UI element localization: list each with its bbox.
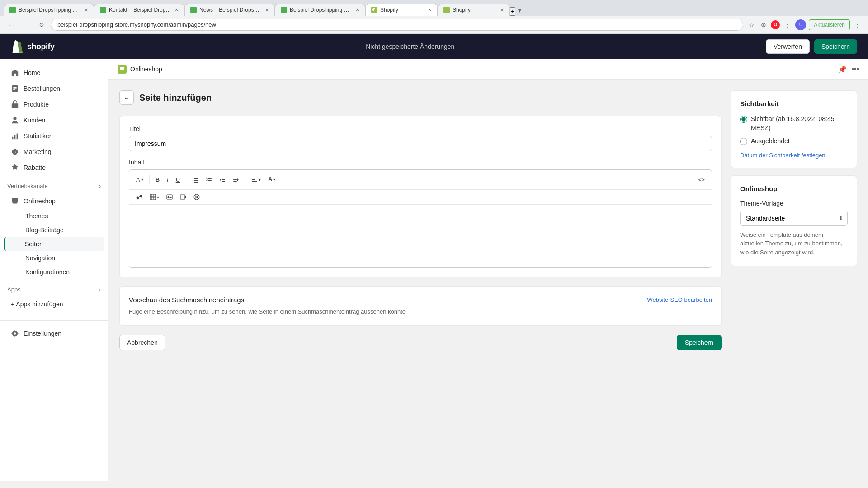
sub-label-seiten: Seiten — [25, 240, 43, 248]
text-style-arrow: ▾ — [141, 177, 143, 182]
toolbar-table[interactable]: ▾ — [146, 192, 162, 202]
sichtbarkeit-card: Sichtbarkeit Sichtbar (ab 16.8.2022, 08:… — [731, 90, 857, 168]
discounts-icon — [11, 164, 19, 172]
forward-button[interactable]: → — [21, 19, 33, 30]
tab-close-3[interactable]: ✕ — [265, 7, 269, 13]
speichern-topbar-button[interactable]: Speichern — [814, 39, 857, 54]
tab-list-button[interactable]: ▾ — [515, 5, 524, 16]
svg-rect-7 — [17, 134, 18, 140]
sidebar-item-statistiken[interactable]: Statistiken — [4, 128, 104, 144]
sichtbarkeit-title: Sichtbarkeit — [740, 100, 848, 108]
radio-ausgeblendet-item[interactable]: Ausgeblendet — [740, 137, 848, 146]
seo-edit-link[interactable]: Website-SEO bearbeiten — [647, 296, 712, 303]
more-button[interactable]: ⋮ — [853, 19, 863, 30]
sidebar-item-einstellungen[interactable]: Einstellungen — [4, 326, 104, 341]
address-bar[interactable]: beispiel-dropshipping-store.myshopify.co… — [51, 19, 743, 31]
back-button[interactable]: ← — [5, 19, 17, 30]
extensions-button[interactable]: ⊕ — [759, 19, 768, 30]
reload-button[interactable]: ↻ — [36, 19, 47, 30]
browser-tab-6[interactable]: Shopify ✕ — [438, 4, 510, 16]
sidebar: Home Bestellungen Produkte Kunden Statis… — [0, 59, 108, 481]
browser-tab-3[interactable]: News – Beispiel Dropshipp... ✕ — [184, 4, 275, 16]
sidebar-sub-konfigurationen[interactable]: Konfigurationen — [4, 265, 104, 279]
radio-sichtbar-item[interactable]: Sichtbar (ab 16.8.2022, 08:45 MESZ) — [740, 115, 848, 132]
more-options-icon[interactable]: ••• — [851, 65, 859, 74]
browser-chrome: Beispiel Dropshipping Stor... ✕ Kontakt … — [0, 0, 868, 34]
verwerfen-button[interactable]: Verwerfen — [766, 39, 810, 54]
toolbar-underline[interactable]: U — [173, 174, 183, 185]
browser-menu-button[interactable]: ⋮ — [783, 19, 793, 30]
sidebar-sub-seiten[interactable]: Seiten — [4, 237, 104, 251]
svg-rect-21 — [233, 178, 237, 178]
svg-line-27 — [138, 196, 140, 198]
sidebar-item-produkte[interactable]: Produkte — [4, 97, 104, 112]
speichern-bottom-button[interactable]: Speichern — [677, 335, 722, 350]
browser-tab-4[interactable]: Beispiel Dropshipping Stor... ✕ — [275, 4, 365, 16]
back-button[interactable]: ← — [119, 90, 134, 105]
sidebar-item-rabatte[interactable]: Rabatte — [4, 160, 104, 175]
toolbar-font-color[interactable]: A ▾ — [265, 174, 278, 186]
toolbar-divider-1 — [149, 175, 150, 184]
content-editor[interactable] — [129, 205, 712, 266]
toolbar-link[interactable] — [133, 192, 146, 202]
main-area: Home Bestellungen Produkte Kunden Statis… — [0, 59, 868, 481]
browser-actions: ☆ ⊕ O ⋮ U Aktualisieren ⋮ — [747, 19, 863, 30]
bottom-actions: Abbrechen Speichern — [119, 335, 722, 350]
toolbar-video[interactable] — [177, 192, 189, 202]
toolbar-image[interactable] — [163, 192, 176, 202]
onlineshop-actions: 📌 ••• — [838, 65, 859, 74]
new-tab-button[interactable]: + — [510, 7, 515, 16]
sidebar-label-onlineshop: Onlineshop — [24, 197, 56, 205]
tab-favicon-5 — [371, 7, 377, 13]
tab-close-1[interactable]: ✕ — [84, 7, 88, 13]
sidebar-item-bestellungen[interactable]: Bestellungen — [4, 81, 104, 96]
toolbar-italic[interactable]: I — [164, 174, 172, 185]
pin-icon[interactable]: 📌 — [838, 65, 847, 74]
toolbar-ordered-list[interactable]: 1.2. — [203, 174, 215, 185]
browser-tabs: Beispiel Dropshipping Stor... ✕ Kontakt … — [0, 0, 868, 16]
sidebar-item-kunden[interactable]: Kunden — [4, 113, 104, 128]
titel-input[interactable] — [129, 136, 712, 151]
visibility-date-link[interactable]: Datum der Sichtbarkeit festlegen — [740, 152, 826, 159]
user-avatar[interactable]: U — [795, 19, 806, 30]
svg-rect-11 — [194, 180, 198, 181]
toolbar-clear-format[interactable] — [190, 192, 203, 202]
toolbar-indent-increase[interactable] — [230, 174, 242, 185]
toolbar-indent-decrease[interactable] — [216, 174, 229, 185]
toolbar-align[interactable]: ▾ — [248, 174, 264, 185]
tab-close-4[interactable]: ✕ — [355, 7, 359, 13]
sidebar-sub-navigation[interactable]: Navigation — [4, 251, 104, 265]
toolbar-bold[interactable]: B — [152, 174, 163, 185]
toolbar-unordered-list[interactable] — [189, 174, 202, 185]
theme-helper-text: Weise ein Template aus deinem aktuellen … — [740, 230, 848, 257]
sidebar-item-marketing[interactable]: Marketing — [4, 144, 104, 160]
browser-tab-1[interactable]: Beispiel Dropshipping Stor... ✕ — [4, 4, 94, 16]
tab-close-5[interactable]: ✕ — [428, 7, 432, 13]
toolbar-code[interactable]: <> — [695, 174, 708, 185]
radio-sichtbar-input[interactable] — [740, 116, 747, 123]
tab-close-6[interactable]: ✕ — [500, 7, 504, 13]
unsaved-message: Nicht gespeicherte Änderungen — [366, 43, 454, 50]
browser-tab-5[interactable]: Shopify ✕ — [365, 4, 438, 16]
align-arrow: ▾ — [259, 177, 261, 182]
update-button[interactable]: Aktualisieren — [809, 19, 850, 30]
bookmark-button[interactable]: ☆ — [747, 19, 756, 30]
radio-ausgeblendet-input[interactable] — [740, 138, 747, 145]
apps-expand-icon[interactable]: › — [99, 286, 101, 293]
table-arrow: ▾ — [157, 195, 159, 200]
marketing-icon — [11, 148, 19, 156]
toolbar-text-style[interactable]: A ▾ — [133, 174, 146, 185]
theme-select[interactable]: Standardseite — [740, 211, 848, 226]
svg-rect-20 — [222, 181, 225, 182]
sidebar-sub-themes[interactable]: Themes — [4, 209, 104, 223]
browser-tab-2[interactable]: Kontakt – Beispiel Dropshi... ✕ — [94, 4, 184, 16]
abbrechen-button[interactable]: Abbrechen — [119, 335, 165, 350]
sidebar-item-home[interactable]: Home — [4, 65, 104, 80]
back-icon: ← — [123, 94, 129, 101]
theme-select-wrapper: Standardseite ⬍ — [740, 211, 848, 226]
sidebar-add-apps[interactable]: + Apps hinzufügen — [4, 297, 104, 311]
tab-close-2[interactable]: ✕ — [175, 7, 179, 13]
expand-icon[interactable]: › — [99, 183, 101, 189]
sidebar-sub-blog-beitraege[interactable]: Blog-Beiträge — [4, 223, 104, 237]
sidebar-item-onlineshop[interactable]: Onlineshop — [4, 193, 104, 209]
